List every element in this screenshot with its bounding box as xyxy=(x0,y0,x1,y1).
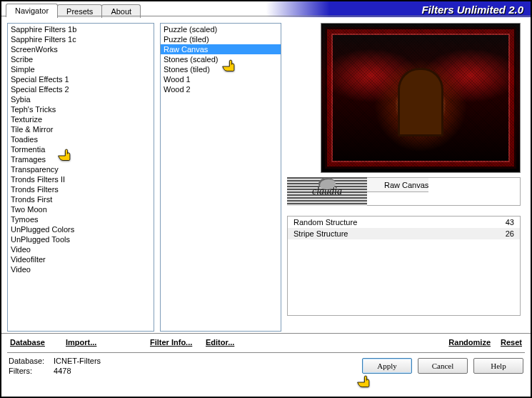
filter-list[interactable]: Puzzle (scaled)Puzzle (tiled)Raw CanvasS… xyxy=(160,23,281,332)
category-item[interactable]: Tramages xyxy=(8,154,154,164)
category-item[interactable]: Special Effects 1 xyxy=(8,74,154,84)
import-button[interactable]: Import... xyxy=(63,337,114,348)
filter-info-button[interactable]: Filter Info... xyxy=(147,337,199,348)
category-item[interactable]: Tronds First xyxy=(8,194,154,204)
filter-item[interactable]: Stones (tiled) xyxy=(161,64,281,74)
category-item[interactable]: Transparency xyxy=(8,164,154,174)
randomize-button[interactable]: Randomize xyxy=(446,337,493,348)
category-item[interactable]: Texturize xyxy=(8,114,154,124)
category-item[interactable]: Toadies xyxy=(8,134,154,144)
category-item[interactable]: Simple xyxy=(8,64,154,74)
apply-button[interactable]: Apply xyxy=(362,358,412,374)
category-item[interactable]: Video xyxy=(8,244,154,254)
category-item[interactable]: Teph's Tricks xyxy=(8,104,154,114)
filter-item[interactable]: Stones (scaled) xyxy=(161,54,281,64)
param-label: Random Structure xyxy=(293,218,357,227)
param-row[interactable]: Random Structure43 xyxy=(288,217,520,228)
reset-button[interactable]: Reset xyxy=(498,337,525,348)
cancel-button[interactable]: Cancel xyxy=(418,358,468,374)
category-item[interactable]: Special Effects 2 xyxy=(8,84,154,94)
category-item[interactable]: Two Moon xyxy=(8,204,154,214)
param-value: 26 xyxy=(506,229,514,238)
filter-item[interactable]: Puzzle (tiled) xyxy=(161,34,281,44)
category-item[interactable]: Scribe xyxy=(8,54,154,64)
category-item[interactable]: Tronds Filters II xyxy=(8,174,154,184)
category-item[interactable]: ScreenWorks xyxy=(8,44,154,54)
category-item[interactable]: Tile & Mirror xyxy=(8,124,154,134)
param-value: 43 xyxy=(506,218,514,227)
category-item[interactable]: Sybia xyxy=(8,94,154,104)
filter-name-label: Raw Canvas xyxy=(367,178,428,192)
preview-image xyxy=(321,23,521,173)
tab-navigator[interactable]: Navigator xyxy=(6,4,58,17)
category-item[interactable]: Tronds Filters xyxy=(8,184,154,194)
category-item[interactable]: Sapphire Filters 1c xyxy=(8,34,154,44)
category-item[interactable]: Video xyxy=(8,264,154,274)
category-item[interactable]: Videofilter xyxy=(8,254,154,264)
category-item[interactable]: Sapphire Filters 1b xyxy=(8,24,154,34)
category-item[interactable]: UnPlugged Colors xyxy=(8,224,154,234)
category-item[interactable]: Tormentia xyxy=(8,144,154,154)
category-item[interactable]: UnPlugged Tools xyxy=(8,234,154,244)
filter-item[interactable]: Wood 2 xyxy=(161,84,281,94)
footer-info: Database: ICNET-Filters Filters: 4478 xyxy=(9,356,101,376)
param-label: Stripe Structure xyxy=(293,229,348,238)
editor-button[interactable]: Editor... xyxy=(203,337,254,348)
filter-item[interactable]: Wood 1 xyxy=(161,74,281,84)
param-row[interactable]: Stripe Structure26 xyxy=(288,228,520,239)
filter-item[interactable]: Raw Canvas xyxy=(161,44,281,54)
author-logo: claudia xyxy=(287,177,367,206)
database-button[interactable]: Database xyxy=(7,337,59,348)
category-item[interactable]: Tymoes xyxy=(8,214,154,224)
parameter-panel: Random Structure43Stripe Structure26 xyxy=(287,216,521,316)
filter-item[interactable]: Puzzle (scaled) xyxy=(161,24,281,34)
help-button[interactable]: Help xyxy=(473,358,523,374)
category-list[interactable]: Sapphire Filters 1bSapphire Filters 1cSc… xyxy=(7,23,154,332)
